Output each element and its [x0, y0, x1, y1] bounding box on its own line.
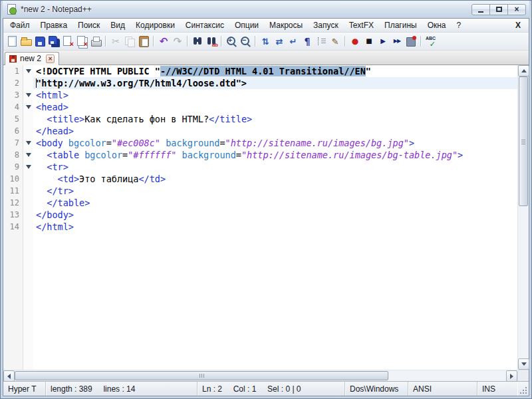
sync-horizontal-scroll-icon[interactable]: ⇄	[273, 35, 286, 48]
menu-item-textfx[interactable]: TextFX	[344, 19, 379, 31]
scroll-down-button[interactable]	[518, 358, 529, 370]
print-icon[interactable]	[89, 35, 102, 48]
line-number: 6	[3, 125, 23, 137]
new-file-icon[interactable]	[5, 35, 19, 48]
close-button[interactable]: ×	[507, 4, 526, 15]
code-line[interactable]: <html>	[33, 89, 517, 101]
close-file-icon[interactable]	[61, 35, 74, 48]
menu-item-language[interactable]: Синтаксис	[180, 19, 229, 31]
menu-item-edit[interactable]: Правка	[35, 19, 73, 31]
fold-marker-icon[interactable]	[26, 105, 31, 109]
line-number: 9	[3, 161, 23, 173]
vertical-scrollbar[interactable]	[517, 65, 529, 370]
vertical-scroll-thumb[interactable]	[519, 76, 528, 206]
menu-item-macro[interactable]: Макросы	[264, 19, 308, 31]
redo-icon[interactable]: ↷	[171, 35, 184, 48]
menu-item-help[interactable]: ?	[452, 19, 467, 31]
sync-vertical-scroll-icon[interactable]: ⇅	[259, 35, 272, 48]
fold-margin[interactable]	[23, 161, 33, 173]
fold-margin[interactable]	[23, 65, 33, 77]
editor-filler[interactable]	[3, 233, 517, 370]
fold-margin[interactable]	[23, 77, 33, 89]
code-line[interactable]: </table>	[33, 197, 517, 209]
code-line[interactable]: <!DOCTYPE HTML PUBLIC "-//W3C//DTD HTML …	[33, 65, 517, 77]
macro-run-multiple-icon[interactable]: ▶▶	[390, 35, 404, 48]
title-bar[interactable]: *new 2 - Notepad++ ×	[3, 1, 529, 18]
save-all-icon[interactable]	[47, 35, 61, 48]
indent-guide-icon[interactable]	[315, 35, 328, 48]
fold-margin[interactable]	[23, 185, 33, 197]
menu-item-file[interactable]: Файл	[5, 19, 35, 31]
fold-margin[interactable]	[23, 173, 33, 185]
code-line[interactable]: <body bgcolor="#ec008c" background="http…	[33, 137, 517, 149]
fold-marker-icon[interactable]	[26, 153, 31, 157]
macro-save-icon[interactable]	[404, 35, 418, 48]
code-line[interactable]: </head>	[33, 125, 517, 137]
fold-marker-icon[interactable]	[26, 141, 31, 145]
fold-margin[interactable]	[23, 89, 33, 101]
code-line[interactable]: <tr>	[33, 161, 517, 173]
code-line[interactable]: </html>	[33, 221, 517, 233]
editor-lines[interactable]: 1<!DOCTYPE HTML PUBLIC "-//W3C//DTD HTML…	[3, 65, 517, 370]
horizontal-scroll-track[interactable]	[15, 370, 506, 381]
fold-margin[interactable]	[23, 113, 33, 125]
macro-stop-icon[interactable]: ■	[362, 35, 376, 48]
replace-icon[interactable]	[205, 35, 218, 48]
menu-item-plugins[interactable]: Плагины	[379, 19, 422, 31]
macro-record-icon[interactable]: ●	[348, 35, 362, 48]
menu-item-search[interactable]: Поиск	[72, 19, 105, 31]
code-line[interactable]: </body>	[33, 209, 517, 221]
fold-margin[interactable]	[23, 197, 33, 209]
code-line[interactable]: "http://www.w3.org/TR/html4/loose.dtd">	[33, 77, 517, 89]
save-icon[interactable]	[33, 35, 47, 48]
find-icon[interactable]	[191, 35, 204, 48]
close-all-icon[interactable]	[75, 35, 88, 48]
macro-play-icon[interactable]: ▶	[376, 35, 390, 48]
toolbar-separator	[153, 36, 154, 47]
status-insert-mode[interactable]: INS	[477, 382, 517, 396]
undo-icon[interactable]: ↶	[157, 35, 170, 48]
horizontal-scrollbar[interactable]	[3, 370, 517, 381]
copy-icon[interactable]	[123, 35, 136, 48]
scroll-left-button[interactable]	[3, 370, 15, 382]
menu-item-settings[interactable]: Опции	[229, 19, 264, 31]
scroll-up-button[interactable]	[518, 65, 529, 76]
menu-item-window[interactable]: Окна	[422, 19, 452, 31]
code-area[interactable]	[33, 233, 517, 370]
scroll-right-button[interactable]	[506, 370, 517, 382]
word-wrap-icon[interactable]: ↵	[287, 35, 300, 48]
menu-close-button[interactable]: X	[509, 21, 527, 30]
spell-check-icon[interactable]	[424, 35, 438, 48]
menu-item-encoding[interactable]: Кодировки	[130, 19, 180, 31]
code-line[interactable]: <table bgcolor="#ffffff" background="htt…	[33, 149, 517, 161]
code-line[interactable]: </tr>	[33, 185, 517, 197]
fold-marker-icon[interactable]	[26, 165, 31, 169]
vertical-scroll-track[interactable]	[518, 76, 529, 358]
fold-margin[interactable]	[23, 125, 33, 137]
fold-margin[interactable]	[23, 149, 33, 161]
horizontal-scroll-thumb[interactable]	[15, 371, 388, 380]
code-line[interactable]: <title>Как сделать фон в HTML?</title>	[33, 113, 517, 125]
tab-close-icon[interactable]	[46, 55, 55, 63]
fold-margin[interactable]	[23, 221, 33, 233]
menu-item-run[interactable]: Запуск	[308, 19, 344, 31]
fold-marker-icon[interactable]	[26, 93, 31, 97]
user-define-language-icon[interactable]: ✎	[329, 35, 342, 48]
code-line[interactable]: <td>Это таблица</td>	[33, 173, 517, 185]
minimize-button[interactable]	[471, 4, 490, 15]
show-all-characters-icon[interactable]: ¶	[301, 35, 314, 48]
fold-marker-icon[interactable]	[26, 69, 31, 73]
menu-item-view[interactable]: Вид	[105, 19, 130, 31]
tab-new-2[interactable]: new 2	[5, 52, 59, 65]
resize-grip[interactable]	[517, 382, 529, 396]
zoom-in-icon[interactable]: +	[225, 35, 238, 48]
maximize-button[interactable]	[489, 4, 508, 15]
open-folder-icon[interactable]	[19, 35, 33, 48]
zoom-out-icon[interactable]: −	[239, 35, 252, 48]
fold-margin[interactable]	[23, 137, 33, 149]
fold-margin[interactable]	[23, 101, 33, 113]
cut-icon[interactable]: ✂	[109, 35, 122, 48]
code-line[interactable]: <head>	[33, 101, 517, 113]
paste-icon[interactable]	[137, 35, 150, 48]
fold-margin[interactable]	[23, 209, 33, 221]
